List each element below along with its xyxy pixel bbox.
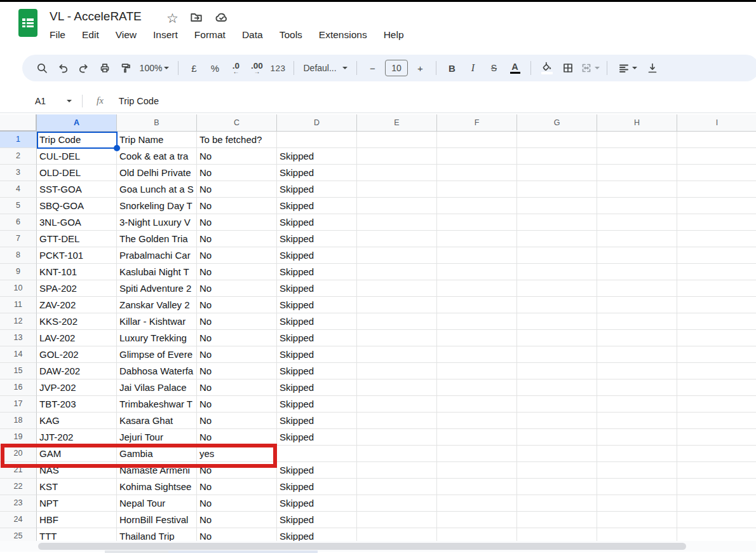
cell-E21[interactable]: [357, 462, 437, 479]
cell-E11[interactable]: [357, 297, 437, 313]
row-header-3[interactable]: 3: [0, 165, 37, 181]
cell-F12[interactable]: [437, 313, 517, 330]
cell-G2[interactable]: [517, 148, 597, 165]
font-select[interactable]: Defaul...: [301, 58, 349, 78]
cell-B23[interactable]: Nepal Tour: [117, 495, 197, 512]
cell-D8[interactable]: Skipped: [277, 247, 357, 264]
cell-D16[interactable]: Skipped: [277, 379, 357, 396]
row-header-1[interactable]: 1: [0, 132, 37, 148]
document-title[interactable]: VL - AcceleRATE: [50, 10, 142, 24]
row-header-25[interactable]: 25: [0, 528, 37, 541]
row-header-6[interactable]: 6: [0, 214, 37, 231]
cell-B9[interactable]: Kaslubai Night T: [117, 264, 197, 280]
row-header-15[interactable]: 15: [0, 363, 37, 379]
menu-data[interactable]: Data: [242, 29, 263, 41]
cell-E12[interactable]: [357, 313, 437, 330]
cell-A15[interactable]: DAW-202: [37, 363, 117, 379]
cell-G25[interactable]: [517, 528, 597, 541]
cell-I6[interactable]: [677, 214, 756, 231]
row-header-11[interactable]: 11: [0, 297, 37, 313]
cell-H3[interactable]: [597, 165, 677, 181]
row-header-23[interactable]: 23: [0, 495, 37, 512]
cell-G19[interactable]: [517, 429, 597, 446]
cell-I24[interactable]: [677, 512, 756, 528]
cell-C12[interactable]: No: [197, 313, 277, 330]
cell-D12[interactable]: Skipped: [277, 313, 357, 330]
cell-G15[interactable]: [517, 363, 597, 379]
cell-F8[interactable]: [437, 247, 517, 264]
cell-E25[interactable]: [357, 528, 437, 541]
font-size-input[interactable]: 10: [385, 60, 408, 76]
cell-H25[interactable]: [597, 528, 677, 541]
italic-button[interactable]: I: [464, 58, 482, 78]
cell-D25[interactable]: Skipped: [277, 528, 357, 541]
row-header-4[interactable]: 4: [0, 181, 37, 198]
cell-E5[interactable]: [357, 198, 437, 214]
cell-I16[interactable]: [677, 379, 756, 396]
cell-C1[interactable]: To be fetched?: [197, 132, 277, 148]
menu-view[interactable]: View: [116, 29, 137, 41]
cell-A25[interactable]: TTT: [37, 528, 117, 541]
cell-C22[interactable]: No: [197, 479, 277, 495]
row-header-9[interactable]: 9: [0, 264, 37, 280]
cell-I18[interactable]: [677, 413, 756, 429]
cell-F16[interactable]: [437, 379, 517, 396]
cell-H5[interactable]: [597, 198, 677, 214]
cell-C3[interactable]: No: [197, 165, 277, 181]
cell-B5[interactable]: Snorkeling Day T: [117, 198, 197, 214]
cell-C2[interactable]: No: [197, 148, 277, 165]
cell-F23[interactable]: [437, 495, 517, 512]
cell-H19[interactable]: [597, 429, 677, 446]
paint-format-icon[interactable]: [117, 58, 134, 78]
cell-F6[interactable]: [437, 214, 517, 231]
cell-B12[interactable]: Killar - Kishtwar: [117, 313, 197, 330]
column-header-E[interactable]: E: [357, 114, 437, 132]
cell-H24[interactable]: [597, 512, 677, 528]
cell-G6[interactable]: [517, 214, 597, 231]
cell-A13[interactable]: LAV-202: [37, 330, 117, 346]
row-header-16[interactable]: 16: [0, 379, 37, 396]
menu-file[interactable]: File: [50, 29, 65, 41]
cell-C25[interactable]: No: [197, 528, 277, 541]
cell-H11[interactable]: [597, 297, 677, 313]
cell-B18[interactable]: Kasara Ghat: [117, 413, 197, 429]
row-header-10[interactable]: 10: [0, 280, 37, 297]
cell-F9[interactable]: [437, 264, 517, 280]
zoom-select[interactable]: 100%: [138, 58, 171, 78]
cell-E15[interactable]: [357, 363, 437, 379]
column-header-C[interactable]: C: [197, 114, 277, 132]
row-header-14[interactable]: 14: [0, 346, 37, 363]
column-header-D[interactable]: D: [277, 114, 357, 132]
cell-A20[interactable]: GAM: [37, 446, 117, 462]
vertical-align-icon[interactable]: [644, 58, 661, 78]
cell-I13[interactable]: [677, 330, 756, 346]
cell-D4[interactable]: Skipped: [277, 181, 357, 198]
decrease-font-size-button[interactable]: −: [364, 58, 381, 78]
cell-D3[interactable]: Skipped: [277, 165, 357, 181]
row-header-22[interactable]: 22: [0, 479, 37, 495]
cell-E14[interactable]: [357, 346, 437, 363]
cell-A12[interactable]: KKS-202: [37, 313, 117, 330]
cell-F7[interactable]: [437, 231, 517, 247]
row-header-12[interactable]: 12: [0, 313, 37, 330]
cell-F1[interactable]: [437, 132, 517, 148]
cell-E17[interactable]: [357, 396, 437, 413]
cell-D15[interactable]: Skipped: [277, 363, 357, 379]
column-header-F[interactable]: F: [437, 114, 517, 132]
cell-C7[interactable]: No: [197, 231, 277, 247]
cell-B15[interactable]: Dabhosa Waterfa: [117, 363, 197, 379]
cell-H22[interactable]: [597, 479, 677, 495]
cell-G9[interactable]: [517, 264, 597, 280]
cell-D2[interactable]: Skipped: [277, 148, 357, 165]
cell-F11[interactable]: [437, 297, 517, 313]
merge-cells-icon[interactable]: [580, 58, 600, 78]
cell-G23[interactable]: [517, 495, 597, 512]
cell-C17[interactable]: No: [197, 396, 277, 413]
increase-decimal-button[interactable]: .00→: [248, 58, 266, 78]
cell-I4[interactable]: [677, 181, 756, 198]
cell-F17[interactable]: [437, 396, 517, 413]
increase-font-size-button[interactable]: +: [412, 58, 429, 78]
cell-G3[interactable]: [517, 165, 597, 181]
cell-G16[interactable]: [517, 379, 597, 396]
row-header-13[interactable]: 13: [0, 330, 37, 346]
